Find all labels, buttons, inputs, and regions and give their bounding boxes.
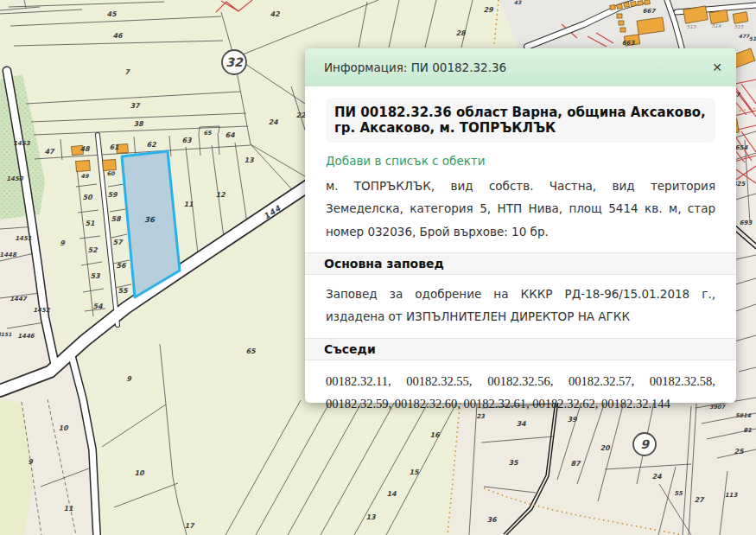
add-to-list-link[interactable]: Добави в списък с обекти <box>326 154 715 168</box>
parcel-label: 1447 <box>10 296 28 303</box>
parcel-label: 48 <box>79 145 91 153</box>
parcel-label: 14 <box>386 490 397 498</box>
parcel-label: 46 <box>112 32 124 40</box>
parcel-label: 29 <box>483 6 494 14</box>
section-order-title: Основна заповед <box>305 252 736 275</box>
parcel-label: 16 <box>429 431 441 439</box>
parcel-label: 11 <box>183 201 194 208</box>
parcel-label: 55 <box>674 490 683 497</box>
neighbors-list[interactable]: 00182.32.11, 00182.32.55, 00182.32.56, 0… <box>326 370 715 417</box>
parcel-label: 27 <box>694 496 705 504</box>
parcel-label: 49 <box>80 173 89 180</box>
parcel-label: 13 <box>365 513 377 521</box>
parcel-label: 57 <box>112 239 124 246</box>
parcel-label: 10 <box>58 424 69 432</box>
parcel-label: 64 <box>225 131 235 139</box>
parcel-label: 51 <box>85 220 95 227</box>
parcel-label: 45 <box>106 10 118 18</box>
parcel-label: 10 <box>134 469 145 477</box>
parcel-label: 8151 <box>0 331 11 337</box>
parcel-label: 667 <box>643 8 657 15</box>
parcel-label: 28 <box>455 29 467 37</box>
parcel-label: 35 <box>508 459 519 467</box>
parcel-label: 13 <box>244 156 255 164</box>
parcel-label: 654 <box>735 144 749 151</box>
parcel-label: 11 <box>63 505 73 513</box>
popup-title: Информация: ПИ 00182.32.36 <box>324 61 506 74</box>
parcel-label: 43 <box>514 0 522 5</box>
parcel-label: 663 <box>622 40 636 47</box>
parcel-label: 36 <box>486 516 498 524</box>
parcel-label: 81 <box>743 427 752 434</box>
section-neighbors-title: Съседи <box>305 338 736 360</box>
parcel-label: 693 <box>740 220 753 226</box>
app-viewport: 4546737384229284322241314534748616263656… <box>0 0 756 535</box>
parcel-label: 1453 <box>13 140 31 147</box>
parcel-label: 59 <box>107 191 118 199</box>
parcel-label: 58 <box>111 215 122 223</box>
close-icon[interactable]: ✕ <box>712 48 722 86</box>
parcel-label: 1450 <box>6 175 24 182</box>
parcel-label: 514 <box>712 23 721 29</box>
order-text: Заповед за одобрение на КККР РД-18-96/15… <box>326 283 715 328</box>
parcel-label: 516 <box>749 35 756 41</box>
parcel-label: 53 <box>90 272 101 280</box>
parcel-heading: ПИ 00182.32.36 област Варна, община Акса… <box>326 98 715 143</box>
parcel-details: м. ТОПРЪКЛЪК, вид собств. Частна, вид те… <box>326 175 715 243</box>
parcel-label: 34 <box>516 420 526 428</box>
parcel-label: 24 <box>651 473 662 481</box>
parcel-label: 54 <box>92 303 103 310</box>
parcel-label: 1446 <box>17 333 35 340</box>
parcel-label: 38 <box>133 120 144 128</box>
parcel-label: 55 <box>118 287 129 295</box>
parcel-label: 1452 <box>33 307 51 314</box>
parcel-label: 65 <box>245 347 257 355</box>
parcel-label: 1451 <box>15 235 32 242</box>
parcel-label: 25 <box>734 448 745 455</box>
parcel-label: 50 <box>82 194 93 201</box>
parcel-label: 39 <box>567 416 578 424</box>
parcel-label: 37 <box>130 102 141 110</box>
cadastral-region-number: 32 <box>226 55 244 69</box>
cadastral-region-number: 9 <box>640 437 650 451</box>
parcel-label: 63 <box>181 137 193 144</box>
parcel-label: 61 <box>109 143 119 151</box>
parcel-label: 56 <box>116 262 127 270</box>
parcel-label: 20 <box>600 444 611 452</box>
parcel-label: 513 <box>687 24 696 29</box>
parcel-label: 42 <box>270 10 281 18</box>
parcel-label: 1448 <box>0 252 17 258</box>
parcel-label: 47 <box>44 148 55 156</box>
parcel-label: 15 <box>409 468 420 476</box>
info-popup: Информация: ПИ 00182.32.36 ✕ ПИ 00182.32… <box>305 48 736 403</box>
parcel-label: 52 <box>87 246 98 254</box>
parcel-label: 36 <box>144 215 156 224</box>
parcel-label: 62 <box>146 141 157 149</box>
parcel-label: 12 <box>215 191 226 199</box>
parcel-label: 17 <box>184 522 195 530</box>
parcel-label: 113 <box>725 492 739 499</box>
parcel-label: 60 <box>106 170 116 177</box>
parcel-label: 87 <box>570 460 581 468</box>
popup-header[interactable]: Информация: ПИ 00182.32.36 ✕ <box>305 48 736 86</box>
parcel-label: 24 <box>268 118 278 126</box>
parcel-label: 5914 <box>735 412 752 419</box>
parcel-label: 515 <box>734 24 744 29</box>
parcel-label: 65 <box>203 130 212 137</box>
